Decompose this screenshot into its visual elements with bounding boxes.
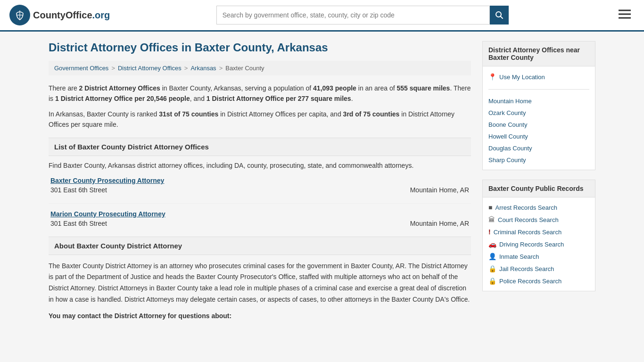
page-title: District Attorney Offices in Baxter Coun… — [49, 41, 471, 54]
nearby-box-header: District Attorney Offices near Baxter Co… — [483, 41, 595, 66]
nearby-sharp-county[interactable]: Sharp County — [488, 154, 589, 166]
hamburger-icon — [619, 9, 631, 19]
nearby-douglas-county[interactable]: Douglas County — [488, 142, 589, 154]
list-description: Find Baxter County, Arkansas district at… — [49, 162, 471, 169]
nearby-howell-county[interactable]: Howell County — [488, 131, 589, 142]
office-city-2: Mountain Home, AR — [410, 220, 469, 227]
search-area — [216, 6, 509, 25]
jail-records-label: Jail Records Search — [499, 265, 554, 272]
office-name-2[interactable]: Marion County Prosecuting Attorney — [50, 210, 469, 218]
breadcrumb-link-ar[interactable]: Arkansas — [190, 65, 216, 72]
nearby-box-content: 📍 Use My Location Mountain Home Ozark Co… — [483, 66, 595, 170]
use-location-label: Use My Location — [499, 74, 545, 81]
office-address-1: 301 East 6th Street — [50, 186, 107, 194]
breadcrumb-current: Baxter County — [225, 65, 264, 72]
breadcrumb-sep-3: > — [219, 65, 223, 72]
nearby-ozark-county[interactable]: Ozark County — [488, 107, 589, 119]
public-records-box: Baxter County Public Records ■ Arrest Re… — [482, 180, 595, 291]
menu-button[interactable] — [615, 7, 635, 24]
svg-line-4 — [500, 16, 503, 19]
driving-records-icon: 🚗 — [488, 240, 496, 248]
nearby-divider — [488, 89, 589, 90]
search-button[interactable] — [490, 6, 509, 25]
breadcrumb-link-da[interactable]: District Attorney Offices — [118, 65, 182, 72]
breadcrumb-sep-2: > — [184, 65, 188, 72]
police-records-icon: 🔒 — [488, 277, 496, 285]
about-section-header: About Baxter County District Attorney — [49, 237, 471, 255]
nearby-mountain-home[interactable]: Mountain Home — [488, 95, 589, 107]
logo-area: CountyOffice.org — [9, 5, 110, 25]
inmate-search-link[interactable]: 👤 Inmate Search — [488, 250, 589, 263]
jail-records-icon: 🔒 — [488, 265, 496, 272]
logo-text[interactable]: CountyOffice.org — [33, 10, 110, 21]
nearby-boone-county[interactable]: Boone County — [488, 119, 589, 131]
breadcrumb-link-gov[interactable]: Government Offices — [54, 65, 108, 72]
arrest-records-link[interactable]: ■ Arrest Records Search — [488, 201, 589, 214]
office-city-1: Mountain Home, AR — [410, 186, 469, 194]
arrest-records-icon: ■ — [488, 204, 492, 211]
office-entry-1: Baxter County Prosecuting Attorney 301 E… — [49, 177, 471, 194]
police-records-link[interactable]: 🔒 Police Records Search — [488, 275, 589, 287]
court-records-icon: 🏛 — [488, 216, 495, 223]
info-text: There are 2 District Attorney Offices in… — [49, 83, 471, 130]
criminal-records-link[interactable]: ! Criminal Records Search — [488, 226, 589, 238]
inmate-search-icon: 👤 — [488, 253, 496, 260]
criminal-records-label: Criminal Records Search — [494, 229, 562, 236]
list-section-header: List of Baxter County District Attorney … — [49, 138, 471, 156]
arrest-records-label: Arrest Records Search — [495, 204, 557, 211]
nearby-box: District Attorney Offices near Baxter Co… — [482, 41, 595, 170]
use-location-link[interactable]: 📍 Use My Location — [488, 70, 589, 83]
public-records-content: ■ Arrest Records Search 🏛 Court Records … — [483, 197, 595, 291]
contact-title: You may contact the District Attorney fo… — [49, 312, 471, 320]
breadcrumb: Government Offices > District Attorney O… — [49, 61, 471, 75]
search-icon — [495, 11, 504, 19]
logo-icon — [9, 5, 30, 25]
breadcrumb-sep-1: > — [111, 65, 115, 72]
criminal-records-icon: ! — [488, 228, 491, 236]
driving-records-label: Driving Records Search — [499, 241, 564, 248]
jail-records-link[interactable]: 🔒 Jail Records Search — [488, 263, 589, 275]
court-records-label: Court Records Search — [498, 216, 559, 223]
court-records-link[interactable]: 🏛 Court Records Search — [488, 214, 589, 226]
office-name-1[interactable]: Baxter County Prosecuting Attorney — [50, 177, 469, 184]
public-records-header: Baxter County Public Records — [483, 180, 595, 197]
driving-records-link[interactable]: 🚗 Driving Records Search — [488, 238, 589, 250]
office-address-2: 301 East 6th Street — [50, 220, 107, 227]
office-entry-2: Marion County Prosecuting Attorney 301 E… — [49, 203, 471, 227]
police-records-label: Police Records Search — [499, 278, 561, 285]
about-text: The Baxter County District Attorney is a… — [49, 261, 471, 305]
sidebar: District Attorney Offices near Baxter Co… — [482, 41, 595, 320]
inmate-search-label: Inmate Search — [499, 253, 539, 260]
search-input[interactable] — [216, 6, 490, 25]
location-pin-icon: 📍 — [488, 73, 496, 81]
